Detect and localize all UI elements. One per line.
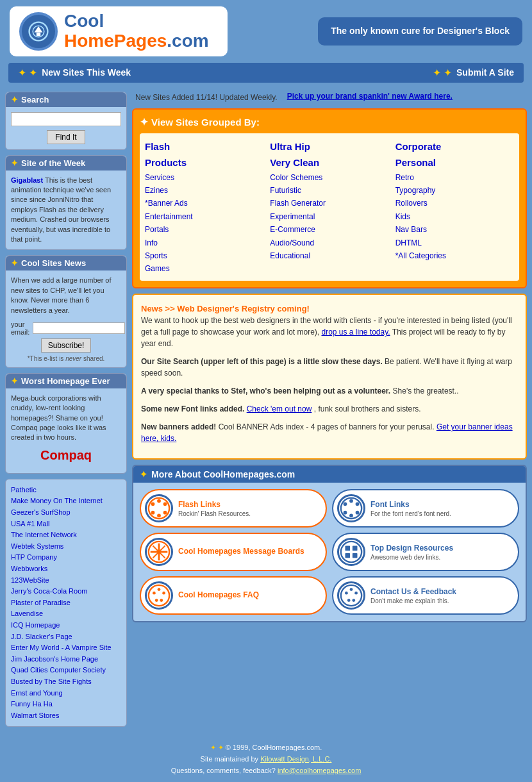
svg-point-36 bbox=[354, 592, 358, 595]
sidebar-link-item[interactable]: Enter My World - A Vampire Site bbox=[11, 644, 112, 651]
sidebar-link-item[interactable]: Make Money On The Internet bbox=[11, 497, 103, 504]
footer-kilowatt-link[interactable]: Kilowatt Design, L.L.C. bbox=[260, 755, 331, 763]
more-about-link[interactable]: Cool Homepages Message Boards bbox=[178, 547, 304, 556]
email-input[interactable] bbox=[33, 322, 125, 334]
category-link[interactable]: *Banner Ads bbox=[145, 197, 263, 210]
category-link[interactable]: Flash bbox=[145, 138, 263, 155]
category-link[interactable]: Kids bbox=[395, 210, 514, 223]
logo-text: Cool HomePages.com bbox=[64, 12, 209, 51]
sidebar-link-item[interactable]: Jerry's Coca-Cola Room bbox=[11, 587, 87, 595]
category-link[interactable]: Personal bbox=[395, 154, 514, 171]
sidebar-link-item[interactable]: Webtek Systems bbox=[11, 542, 63, 550]
category-link[interactable]: Very Clean bbox=[270, 154, 388, 171]
news-p1-link[interactable]: drop us a line today. bbox=[321, 328, 390, 337]
category-link[interactable]: E-Commerce bbox=[270, 223, 388, 236]
site-of-week-text: Gigablast This is the best animation tec… bbox=[11, 176, 121, 245]
more-about-desc: Rockin' Flash Resources. bbox=[178, 510, 251, 517]
submit-site-link[interactable]: Submit A Site bbox=[456, 67, 514, 78]
site-of-week-desc: This is the best animation technique we'… bbox=[11, 176, 111, 243]
cool-news-text: When we add a large number of new sites … bbox=[11, 276, 121, 315]
sidebar-link-item[interactable]: HTP Company bbox=[11, 553, 57, 561]
find-button[interactable]: Find It bbox=[47, 130, 85, 144]
category-link[interactable]: Futuristic bbox=[270, 184, 388, 197]
more-about-link[interactable]: Font Links bbox=[370, 500, 410, 509]
sidebar-link-item[interactable]: The Internet Network bbox=[11, 531, 77, 538]
category-link[interactable]: Color Schemes bbox=[270, 171, 388, 184]
category-link[interactable]: DHTML bbox=[395, 237, 514, 249]
category-link[interactable]: Nav Bars bbox=[395, 223, 514, 236]
sidebar-link-item[interactable]: Plaster of Paradise bbox=[11, 599, 71, 606]
logo-com: .com bbox=[167, 31, 208, 51]
category-link[interactable]: Ezines bbox=[145, 184, 263, 197]
category-link[interactable]: Sports bbox=[145, 249, 263, 262]
new-sites-link[interactable]: New Sites This Week bbox=[42, 67, 131, 78]
sidebar-link-item[interactable]: USA #1 Mall bbox=[11, 520, 50, 528]
category-link[interactable]: Audio/Sound bbox=[270, 237, 388, 249]
category-link[interactable]: Flash Generator bbox=[270, 197, 388, 210]
category-col-2: CorporatePersonalRetroTypographyRollover… bbox=[395, 138, 514, 276]
tagline-box: The only known cure for Designer's Block bbox=[318, 17, 522, 46]
more-about-item: Cool Homepages FAQ bbox=[140, 576, 327, 615]
sidebar-link-item[interactable]: 123WebSite bbox=[11, 576, 49, 584]
sidebar-link-item[interactable]: ICQ Homepage bbox=[11, 621, 60, 629]
news-p3: A very special thanks to Stef, who's bee… bbox=[141, 385, 518, 397]
worst-label: Worst Homepage Ever bbox=[21, 376, 110, 386]
more-about-item: Contact Us & FeedbackDon't make me expla… bbox=[332, 576, 519, 615]
more-about-link[interactable]: Top Design Resources bbox=[370, 544, 453, 553]
sidebar-link-item[interactable]: Webbworks bbox=[11, 565, 47, 572]
more-about-link[interactable]: Cool Homepages FAQ bbox=[178, 590, 259, 599]
sidebar-link-item[interactable]: Walmart Stores bbox=[11, 711, 59, 719]
category-link[interactable]: Info bbox=[145, 237, 263, 249]
category-link[interactable]: Educational bbox=[270, 249, 388, 262]
search-input[interactable] bbox=[11, 112, 121, 126]
category-link[interactable]: Experimental bbox=[270, 210, 388, 223]
footer-maintained: Site maintained by bbox=[201, 755, 261, 763]
logo-box: Cool HomePages.com bbox=[10, 6, 228, 56]
svg-rect-24 bbox=[345, 546, 351, 551]
category-link[interactable]: Corporate bbox=[395, 138, 514, 155]
more-about-text-block: Flash LinksRockin' Flash Resources. bbox=[178, 500, 251, 517]
category-link[interactable]: Services bbox=[145, 171, 263, 184]
award-link[interactable]: Pick up your brand spankin' new Award he… bbox=[287, 92, 453, 101]
sidebar-link-item[interactable]: Funny Ha Ha bbox=[11, 700, 53, 708]
category-link[interactable]: Products bbox=[145, 154, 263, 171]
nav-dots-right: ✦ ✦ bbox=[433, 67, 452, 79]
category-link[interactable]: Ultra Hip bbox=[270, 138, 388, 155]
new-sites-date: New Sites Added 11/14! Updated Weekly. bbox=[135, 92, 278, 103]
svg-point-23 bbox=[341, 542, 362, 562]
sidebar-link-item[interactable]: Jim Jacobson's Home Page bbox=[11, 655, 98, 663]
category-link[interactable]: Typography bbox=[395, 184, 514, 197]
footer-email[interactable]: info@coolhomepages.com bbox=[278, 767, 361, 774]
gigablast-link[interactable]: Gigablast bbox=[11, 176, 43, 184]
sidebar-link-item[interactable]: Quad Cities Computer Society bbox=[11, 666, 106, 674]
category-link[interactable]: Portals bbox=[145, 223, 263, 236]
svg-point-32 bbox=[155, 599, 158, 602]
sidebar-link-item[interactable]: Lavendise bbox=[11, 610, 43, 617]
subscribe-button[interactable]: Subscribe! bbox=[41, 338, 92, 353]
more-about-icon bbox=[337, 538, 365, 566]
category-link[interactable]: Games bbox=[145, 262, 263, 275]
category-link[interactable]: *All Categories bbox=[395, 249, 514, 262]
sidebar-link-item[interactable]: J.D. Slacker's Page bbox=[11, 633, 72, 640]
more-about-link[interactable]: Contact Us & Feedback bbox=[370, 587, 456, 596]
search-dot: ✦ bbox=[11, 95, 18, 104]
news-p4-link[interactable]: Check 'em out now bbox=[247, 404, 312, 413]
svg-point-16 bbox=[344, 511, 347, 515]
never-shared-text: *This e-list is never shared. bbox=[11, 355, 121, 362]
svg-point-30 bbox=[162, 592, 165, 595]
sidebar-link-item[interactable]: Busted by The Site Fights bbox=[11, 678, 92, 685]
logo-icon bbox=[19, 12, 58, 51]
links-box: PatheticMake Money On The InternetGeezer… bbox=[5, 479, 127, 727]
compaq-link[interactable]: Compaq bbox=[11, 448, 121, 463]
category-link[interactable]: Entertainment bbox=[145, 210, 263, 223]
category-link[interactable]: Rollovers bbox=[395, 197, 514, 210]
sidebar-link-item[interactable]: Pathetic bbox=[11, 486, 37, 494]
sidebar-link-item[interactable]: Geezer's SurfShop bbox=[11, 508, 71, 516]
more-about-desc: Don't make me explain this. bbox=[370, 597, 456, 604]
more-about-link[interactable]: Flash Links bbox=[178, 500, 220, 509]
svg-point-17 bbox=[344, 503, 347, 506]
svg-rect-3 bbox=[37, 32, 40, 36]
category-col-0: FlashProductsServicesEzines*Banner AdsEn… bbox=[145, 138, 263, 276]
sidebar-link-item[interactable]: Ernst and Young bbox=[11, 689, 63, 697]
category-link[interactable]: Retro bbox=[395, 171, 514, 184]
